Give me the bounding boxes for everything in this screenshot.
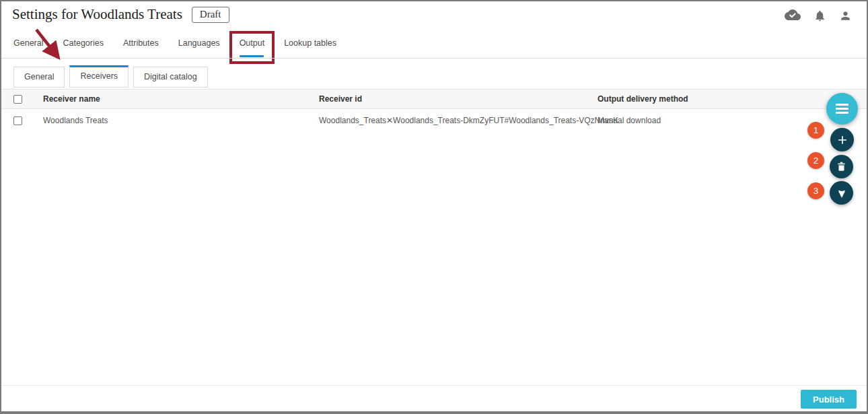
cell-output-delivery-method: Manual download xyxy=(598,109,661,133)
tabbar-divider xyxy=(1,58,867,59)
table-row[interactable]: Woodlands Treats Woodlands_Treats✕Woodla… xyxy=(1,109,867,133)
split-arrows-icon xyxy=(836,187,848,199)
active-tab-indicator xyxy=(240,55,264,57)
split-output-button[interactable] xyxy=(830,181,853,205)
tab-languages[interactable]: Languages xyxy=(178,38,220,48)
main-tab-bar: General Categories Attributes Languages … xyxy=(13,38,336,48)
sub-tab-bar: General Receivers Digital catalog xyxy=(13,65,208,88)
footer-divider xyxy=(1,385,867,386)
cell-receiver-id: Woodlands_Treats✕Woodlands_Treats-DkmZyF… xyxy=(319,109,618,133)
topbar-icons xyxy=(785,9,852,23)
column-receiver-id: Receiver id xyxy=(319,90,362,108)
tab-output[interactable]: Output xyxy=(240,38,265,48)
publish-button[interactable]: Publish xyxy=(801,390,857,409)
row-checkbox[interactable] xyxy=(13,116,22,125)
cloud-sync-done-icon[interactable] xyxy=(785,9,801,22)
page-title: Settings for Woodlands Treats xyxy=(12,6,182,23)
delete-receiver-button[interactable] xyxy=(830,155,853,178)
step-badge-1: 1 xyxy=(807,122,824,139)
tab-categories[interactable]: Categories xyxy=(63,38,103,48)
add-plus-icon xyxy=(836,134,848,146)
receivers-table-header: Receiver name Receiver id Output deliver… xyxy=(1,89,867,109)
subtab-general[interactable]: General xyxy=(13,67,65,88)
tab-lookup-tables[interactable]: Lookup tables xyxy=(284,38,336,48)
status-badge: Draft xyxy=(192,7,229,23)
hamburger-menu-icon xyxy=(836,104,848,106)
cell-receiver-name: Woodlands Treats xyxy=(43,109,108,133)
title-bar: Settings for Woodlands Treats Draft xyxy=(12,6,229,23)
actions-menu-button[interactable] xyxy=(826,93,858,125)
step-badge-2: 2 xyxy=(807,152,824,169)
step-badge-3: 3 xyxy=(807,182,824,199)
tab-attributes[interactable]: Attributes xyxy=(123,38,159,48)
account-person-icon[interactable] xyxy=(839,9,852,22)
subtab-receivers[interactable]: Receivers xyxy=(69,65,129,88)
column-output-delivery-method: Output delivery method xyxy=(598,90,688,108)
tab-general[interactable]: General xyxy=(13,38,43,48)
notifications-bell-icon[interactable] xyxy=(813,9,826,23)
delete-trash-icon xyxy=(836,161,847,172)
tab-output-label: Output xyxy=(240,38,265,48)
add-receiver-button[interactable] xyxy=(830,128,854,151)
settings-window: Settings for Woodlands Treats Draft Gene… xyxy=(0,0,868,414)
column-receiver-name: Receiver name xyxy=(43,90,100,108)
subtab-digital-catalog[interactable]: Digital catalog xyxy=(133,67,208,88)
select-all-checkbox[interactable] xyxy=(13,95,22,104)
